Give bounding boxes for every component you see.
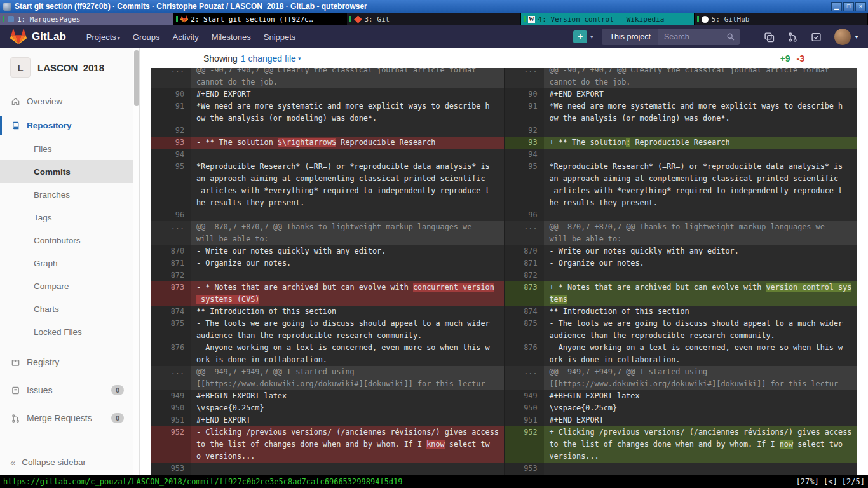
line-number-cell[interactable]: 876 — [151, 342, 191, 354]
line-number-cell[interactable]: 93 — [151, 137, 191, 149]
line-number-cell[interactable]: 872 — [504, 269, 544, 281]
line-number-cell[interactable]: 96 — [151, 209, 191, 221]
line-number-cell[interactable]: 91 — [504, 100, 544, 112]
line-number-cell[interactable]: 951 — [151, 414, 191, 426]
line-number-cell[interactable]: 873 — [151, 281, 191, 294]
nav-milestones[interactable]: Milestones — [205, 32, 257, 42]
line-number-cell[interactable]: 874 — [504, 306, 544, 318]
line-number-cell[interactable]: 91 — [151, 100, 191, 112]
sidebar-item-charts[interactable]: Charts — [0, 297, 139, 320]
sidebar-item-overview[interactable]: Overview — [0, 89, 139, 113]
sidebar-item-repository[interactable]: Repository — [0, 113, 139, 137]
line-number-cell[interactable]: 871 — [151, 257, 191, 269]
line-number-cell[interactable]: 870 — [504, 245, 544, 257]
project-header[interactable]: L LASCON_2018 — [0, 48, 139, 85]
code-line: - Anyone working on a text is concerned,… — [544, 342, 857, 354]
line-number-cell[interactable]: 93 — [504, 137, 544, 149]
statusbar-url: https://gitlab.com/c_pouzat/LASCON_2018/… — [3, 477, 403, 486]
line-number-cell — [504, 354, 544, 366]
changed-files-dropdown[interactable]: 1 changed file — [241, 53, 296, 64]
repository-icon — [10, 121, 20, 130]
line-number-cell — [151, 173, 191, 185]
merge-requests-icon[interactable] — [787, 32, 798, 43]
line-number-cell[interactable]: 874 — [151, 306, 191, 318]
search-icon[interactable] — [726, 32, 735, 41]
line-number-cell[interactable]: 90 — [151, 88, 191, 100]
todos-icon[interactable] — [811, 32, 822, 43]
line-number-cell[interactable]: 870 — [151, 245, 191, 257]
line-number-cell[interactable]: 94 — [504, 149, 544, 161]
line-number-cell[interactable]: 953 — [504, 463, 544, 475]
line-number-cell[interactable]: 951 — [504, 414, 544, 426]
line-number-cell[interactable]: 94 — [151, 149, 191, 161]
line-number-cell[interactable]: 95 — [151, 161, 191, 173]
line-number-cell — [504, 330, 544, 342]
sidebar-item-commits[interactable]: Commits — [0, 160, 139, 183]
line-number-cell[interactable]: 872 — [151, 269, 191, 281]
sidebar-scrollbar-thumb[interactable] — [134, 50, 139, 106]
code-line: [[https://www.dokuwiki.org/dokuwiki#][do… — [544, 378, 857, 390]
new-menu-button[interactable]: + ▾ — [573, 30, 593, 43]
line-number-cell[interactable]: 92 — [504, 125, 544, 137]
nav-projects[interactable]: Projects▾ — [80, 32, 126, 42]
code-line: tems — [544, 294, 857, 306]
tab-git[interactable]: 3: Git — [347, 13, 520, 25]
line-number-cell[interactable]: 952 — [151, 426, 191, 438]
code-line: - Organize our notes. — [191, 257, 504, 269]
line-number-cell[interactable]: 953 — [151, 463, 191, 475]
line-number-cell[interactable]: 876 — [504, 342, 544, 354]
nav-activity[interactable]: Activity — [166, 32, 205, 42]
diff-row: ...@@ -90,7 +90,7 @@ Clearly the classic… — [151, 68, 857, 76]
line-number-cell[interactable]: 92 — [151, 125, 191, 137]
line-number-cell — [151, 378, 191, 390]
sidebar-scrollbar[interactable] — [133, 48, 139, 475]
sidebar-item-contributors[interactable]: Contributors — [0, 229, 139, 252]
line-number-cell[interactable]: 95 — [504, 161, 544, 173]
line-number-cell[interactable]: 875 — [504, 318, 544, 330]
code-line: + Clicking /previous versions/ (/ancienn… — [544, 426, 857, 438]
line-number-cell[interactable]: 950 — [504, 402, 544, 414]
close-button[interactable]: × — [855, 2, 866, 11]
line-number-cell[interactable]: 952 — [504, 426, 544, 438]
line-number-cell[interactable]: 949 — [151, 390, 191, 402]
sidebar-item-merge-requests[interactable]: Merge Requests 0 — [0, 404, 139, 432]
project-avatar: L — [10, 57, 31, 78]
sidebar-item-compare[interactable]: Compare — [0, 274, 139, 297]
user-menu[interactable]: ▾ — [834, 29, 858, 45]
sidebar-item-registry[interactable]: Registry — [0, 348, 139, 376]
sidebar-item-locked-files[interactable]: Locked Files — [0, 320, 139, 343]
nav-snippets[interactable]: Snippets — [257, 32, 302, 42]
maximize-button[interactable]: □ — [843, 2, 854, 11]
registry-icon — [10, 358, 20, 367]
tab-wikipedia[interactable]: W 4: Version control - Wikipedia — [521, 13, 695, 25]
tab-github[interactable]: 5: GitHub — [695, 13, 868, 25]
issues-dashboard-icon[interactable] — [764, 32, 775, 43]
diff-row: audience than the reproducible research … — [151, 330, 857, 342]
line-number-cell[interactable]: 90 — [504, 88, 544, 100]
minimize-button[interactable]: ▁ — [831, 2, 842, 11]
sidebar-item-graph[interactable]: Graph — [0, 252, 139, 274]
sidebar-item-branches[interactable]: Branches — [0, 183, 139, 206]
line-number-cell[interactable]: 950 — [151, 402, 191, 414]
nav-groups[interactable]: Groups — [126, 32, 166, 42]
sidebar-item-tags[interactable]: Tags — [0, 206, 139, 229]
tab-marquespages[interactable]: 1: MarquesPages — [0, 13, 173, 25]
line-number-cell[interactable]: 871 — [504, 257, 544, 269]
diff-row: will be able to:will be able to: — [151, 233, 857, 245]
gitlab-logo[interactable]: GitLab — [10, 29, 66, 45]
line-number-cell[interactable]: 873 — [504, 281, 544, 294]
sidebar-item-issues[interactable]: Issues 0 — [0, 376, 139, 404]
sidebar-item-files[interactable]: Files — [0, 137, 139, 160]
tab-gitlab-commit[interactable]: 2: Start git section (ff927c… — [173, 13, 347, 25]
collapse-sidebar-button[interactable]: « Collapse sidebar — [0, 449, 133, 475]
line-number-cell — [504, 438, 544, 451]
line-number-cell — [504, 233, 544, 245]
line-number-cell[interactable]: 96 — [504, 209, 544, 221]
code-line: - The tools we are going to discuss shou… — [544, 318, 857, 330]
code-line: audience than the reproducible research … — [544, 330, 857, 342]
diff-row: 875- The tools we are going to discuss s… — [151, 318, 857, 330]
code-line: @@ -870,7 +870,7 @@ Thanks to lightweigh… — [544, 221, 857, 233]
line-number-cell[interactable]: 875 — [151, 318, 191, 330]
line-number-cell[interactable]: 949 — [504, 390, 544, 402]
code-line: ork is done in collaboration. — [191, 354, 504, 366]
